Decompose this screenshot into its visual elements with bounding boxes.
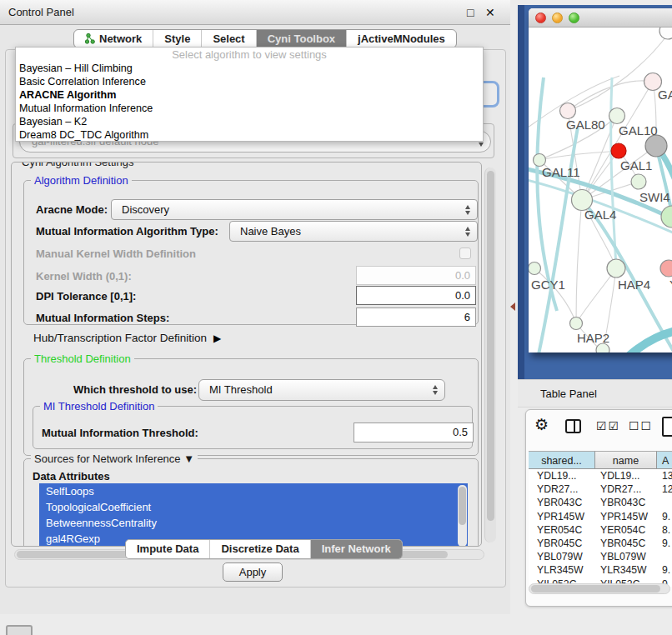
column-header-partial[interactable]: A (657, 451, 672, 469)
mi-threshold-field[interactable]: 0.5 (354, 422, 474, 442)
gear-icon[interactable]: ⚙ (534, 415, 549, 434)
close-traffic-light-icon[interactable] (535, 12, 546, 23)
collapse-arrow-icon: ▼ (183, 452, 194, 465)
splitter-collapse-icon[interactable] (510, 302, 515, 311)
kernel-width-field[interactable]: 0.0 (356, 266, 476, 285)
mi-steps-field[interactable]: 6 (356, 308, 476, 327)
sources-group-title[interactable]: Sources for Network Inference ▼ (31, 452, 198, 465)
select-all-checkboxes-icon[interactable]: ☑☑ (596, 419, 620, 432)
dropdown-item[interactable]: Basic Correlation Inference (16, 75, 483, 88)
mi-algorithm-type-combo[interactable]: Naive Bayes (229, 221, 478, 242)
list-item[interactable]: BetweennessCentrality (39, 515, 468, 531)
tab-label: Network (99, 30, 142, 48)
network-node-gray[interactable] (645, 135, 667, 157)
table-body: YDL19...YDL19...13 YDR27...YDR27...12 YB… (529, 469, 672, 587)
node-label: GAL11 (542, 165, 580, 179)
network-graph: GAL GAL80 GAL10 GAL11 GAL1 SWI4 GAL4 GCY… (529, 28, 672, 352)
tab-style[interactable]: Style (153, 30, 201, 48)
float-window-icon[interactable]: □ (467, 0, 474, 25)
network-node[interactable] (659, 28, 672, 39)
table-row[interactable]: YPR145WYPR145W9. (529, 510, 672, 523)
node-label: GCY1 (531, 278, 565, 292)
network-node-hap4[interactable] (607, 259, 625, 278)
tab-infer-network[interactable]: Infer Network (310, 540, 402, 558)
minimize-traffic-light-icon[interactable] (552, 12, 563, 23)
tab-select[interactable]: Select (201, 30, 255, 48)
list-item[interactable]: SelfLoops (39, 483, 468, 499)
control-panel-tabbar: Network Style Select Cyni Toolbox jActiv… (73, 29, 457, 48)
manual-kernel-label: Manual Kernel Width Definition (36, 248, 196, 260)
table-row[interactable]: YBR045CYBR045C9. (529, 537, 672, 550)
columns-icon[interactable] (565, 419, 581, 433)
tab-jactivemnodules[interactable]: jActiveMNodules (346, 30, 456, 48)
network-view-panel: GAL GAL80 GAL10 GAL11 GAL1 SWI4 GAL4 GCY… (518, 5, 672, 379)
table-panel-card: ⚙ ☑☑ ☐☐ shared... name A YDL19...YDL19..… (525, 409, 672, 607)
network-icon (85, 33, 95, 44)
settings-vertical-scrollbar[interactable] (484, 168, 496, 542)
network-node-labels: GAL GAL80 GAL10 GAL11 GAL1 SWI4 GAL4 GCY… (531, 88, 672, 345)
table-horizontal-scrollbar[interactable] (529, 583, 670, 594)
mi-type-label: Mutual Information Algorithm Type: (36, 225, 218, 238)
dropdown-item[interactable]: Bayesian – Hill Climbing (16, 62, 483, 75)
threshold-definition-title: Threshold Definition (31, 352, 134, 365)
control-panel-titlebar: Control Panel □ ✕ (0, 0, 510, 25)
network-node-gcy1[interactable] (529, 262, 541, 275)
deselect-all-checkboxes-icon[interactable]: ☐☐ (629, 419, 653, 432)
attributes-list-scrollbar[interactable] (458, 485, 467, 547)
tab-discretize-data[interactable]: Discretize Data (209, 540, 309, 558)
network-node-pink[interactable] (660, 260, 672, 277)
dropdown-item-selected[interactable]: ARACNE Algorithm (16, 88, 483, 102)
network-node-swi4[interactable] (661, 206, 672, 228)
network-node-gal1[interactable] (631, 174, 646, 189)
network-window-titlebar[interactable] (529, 8, 672, 28)
table-row[interactable]: YDL19...YDL19...13 (529, 469, 672, 482)
minimized-panel-box[interactable] (6, 625, 33, 635)
network-canvas[interactable]: GAL GAL80 GAL10 GAL11 GAL1 SWI4 GAL4 GCY… (529, 28, 672, 352)
node-label: HAP2 (577, 331, 609, 345)
node-label: GAL10 (619, 123, 658, 138)
dpi-tolerance-field[interactable]: 0.0 (356, 286, 476, 305)
control-panel-window: Control Panel □ ✕ Network Style Select C… (0, 0, 510, 614)
screen: Control Panel □ ✕ Network Style Select C… (0, 0, 672, 635)
table-row[interactable]: YDR27...YDR27...12 (529, 482, 672, 496)
combo-spinner-icon (465, 205, 471, 215)
list-item[interactable]: TopologicalCoefficient (39, 499, 468, 515)
table-row[interactable]: YLR345WYLR345W9. (529, 563, 672, 577)
aracne-mode-combo[interactable]: Discovery (111, 199, 478, 220)
network-node-gal80[interactable] (560, 103, 576, 119)
node-label: GAL80 (566, 118, 605, 132)
column-header-name[interactable]: name (595, 451, 657, 469)
dropdown-item[interactable]: Dream8 DC_TDC Algorithm (16, 128, 483, 142)
mi-threshold-group: MI Threshold Definition Mutual Informati… (33, 406, 473, 449)
dropdown-item[interactable]: Bayesian – K2 (16, 115, 483, 128)
panel-title: Control Panel (8, 0, 74, 25)
dropdown-prompt: Select algorithm to view settings (16, 48, 483, 62)
close-icon[interactable]: ✕ (485, 0, 495, 25)
sources-group: Sources for Network Inference ▼ Data Att… (23, 458, 479, 547)
combo-spinner-icon (433, 385, 439, 395)
tab-cyni-toolbox[interactable]: Cyni Toolbox (256, 30, 346, 48)
which-threshold-combo[interactable]: MI Threshold (198, 379, 445, 401)
dropdown-item[interactable]: Mutual Information Inference (16, 102, 483, 115)
column-header-shared-name[interactable]: shared... (529, 451, 595, 469)
network-node-gal10[interactable] (609, 108, 625, 124)
data-attributes-list: SelfLoops TopologicalCoefficient Between… (39, 483, 468, 547)
dpi-tolerance-label: DPI Tolerance [0,1]: (36, 290, 136, 302)
tab-network[interactable]: Network (74, 30, 153, 48)
zoom-traffic-light-icon[interactable] (569, 12, 579, 23)
table-row[interactable]: YBR043CYBR043C (529, 496, 672, 509)
node-label: GAL1 (620, 158, 652, 172)
apply-button[interactable]: Apply (223, 562, 283, 582)
node-label: HAP4 (618, 278, 650, 292)
document-icon[interactable] (662, 417, 672, 437)
combo-spinner-icon (465, 227, 471, 237)
aracne-mode-label: Aracne Mode: (36, 203, 108, 216)
table-row[interactable]: YER054CYER054C8. (529, 523, 672, 537)
network-node-hap2[interactable] (570, 318, 583, 330)
network-node-red[interactable] (611, 143, 626, 158)
manual-kernel-checkbox[interactable] (459, 248, 471, 259)
tab-impute-data[interactable]: Impute Data (126, 540, 209, 558)
table-row[interactable]: YBL079WYBL079W (529, 550, 672, 563)
node-label: SWI4 (639, 190, 670, 204)
hub-tf-definition-expander[interactable]: Hub/Transcription Factor Definition▶ (33, 332, 221, 344)
